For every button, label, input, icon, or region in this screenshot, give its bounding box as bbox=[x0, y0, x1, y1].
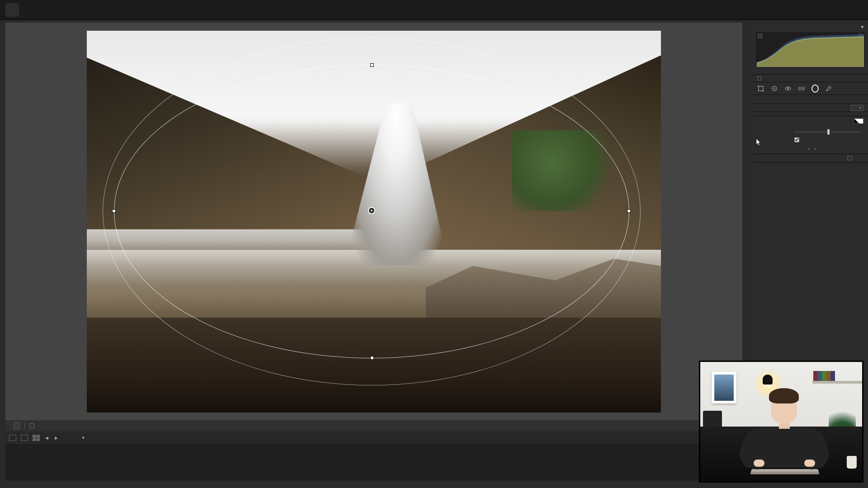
effect-preset-dropdown[interactable] bbox=[851, 105, 863, 111]
effect-preset-row bbox=[753, 104, 868, 112]
radial-handle-left[interactable] bbox=[112, 209, 116, 213]
radial-handle-bottom[interactable] bbox=[370, 356, 374, 360]
invert-checkbox[interactable] bbox=[794, 137, 799, 142]
second-monitor-icon[interactable] bbox=[9, 435, 16, 441]
histogram-header[interactable]: ▼ bbox=[753, 23, 868, 32]
overlay-checkbox[interactable] bbox=[29, 423, 34, 428]
spot-tool-icon[interactable] bbox=[771, 85, 778, 92]
graduated-tool-icon[interactable] bbox=[798, 85, 805, 92]
image-toolbar bbox=[5, 420, 742, 431]
grid-view-icon[interactable] bbox=[33, 435, 40, 441]
svg-point-1 bbox=[774, 88, 775, 89]
redeye-tool-icon[interactable] bbox=[784, 85, 792, 92]
radial-filter-pin[interactable] bbox=[368, 207, 375, 214]
nav-back-icon[interactable]: ◄ bbox=[44, 435, 49, 441]
photo-preview[interactable] bbox=[87, 31, 661, 413]
nav-fwd-icon[interactable]: ► bbox=[54, 435, 59, 441]
radial-tool-icon[interactable] bbox=[811, 85, 819, 92]
image-canvas[interactable] bbox=[5, 23, 742, 420]
brush-tool-icon[interactable] bbox=[825, 85, 832, 92]
histogram[interactable] bbox=[756, 33, 864, 67]
crop-tool-icon[interactable] bbox=[757, 85, 764, 92]
feather-slider[interactable] bbox=[793, 131, 861, 133]
webcam-overlay bbox=[700, 361, 863, 482]
mask-mode-tabs bbox=[753, 95, 868, 104]
app-logo bbox=[5, 3, 19, 17]
local-adjust-toolstrip bbox=[753, 82, 868, 95]
color-row bbox=[753, 116, 868, 126]
filmstrip-info-bar: ◄ ► ▼ ⚑ 🔒 bbox=[5, 433, 742, 443]
original-photo-toggle[interactable] bbox=[753, 74, 868, 82]
first-monitor-icon[interactable] bbox=[21, 435, 28, 441]
radial-handle-top[interactable] bbox=[370, 63, 374, 67]
color-swatch[interactable] bbox=[854, 118, 863, 124]
radial-handle-right[interactable] bbox=[627, 209, 631, 213]
histogram-meta bbox=[753, 68, 868, 74]
app-titlebar bbox=[0, 0, 868, 20]
range-mask-row: ◄► bbox=[753, 144, 868, 154]
edit-pins-mode-dropdown[interactable] bbox=[14, 422, 20, 429]
adjustment-sliders bbox=[753, 112, 868, 116]
panel-toggle-icon[interactable] bbox=[847, 156, 853, 160]
svg-point-3 bbox=[787, 88, 789, 89]
